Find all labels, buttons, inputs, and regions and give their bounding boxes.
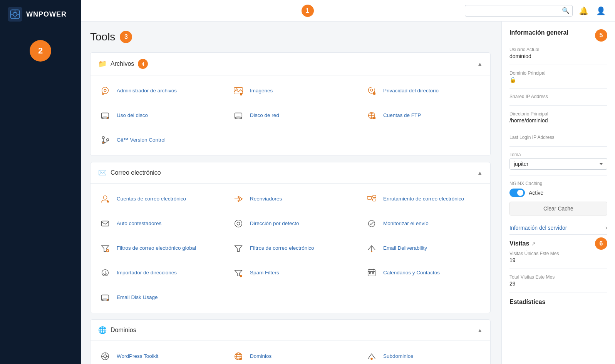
nginx-toggle[interactable] [509, 189, 525, 197]
external-link-icon: ↗ [531, 241, 536, 247]
search-wrapper: 🔍 [465, 5, 573, 17]
page-title-row: Tools 3 [90, 31, 491, 43]
sidebar-avatar[interactable]: 2 [30, 40, 51, 62]
correo-chevron: ▲ [477, 170, 483, 176]
visitas-unicas-row: Visitas Únicas Este Mes 19 [509, 251, 607, 263]
directorio-principal-label: Directorio Principal [509, 111, 607, 117]
clear-cache-button[interactable]: Clear Cache [509, 202, 607, 215]
svg-point-7 [104, 89, 106, 92]
topbar: 1 🔍 🔔 👤 [81, 0, 615, 22]
svg-rect-28 [107, 201, 109, 203]
dominios-title: Dominios [111, 327, 136, 334]
shared-ip-row: Shared IP Address [509, 94, 607, 100]
section-archivos-header[interactable]: 📁 Archivos 4 ▲ [90, 53, 490, 75]
wordpress-icon [98, 349, 112, 363]
tool-disco-red[interactable]: Disco de red [224, 103, 357, 128]
svg-point-16 [107, 117, 109, 119]
forwarders-icon [231, 192, 245, 206]
tool-cuentas-ftp[interactable]: Cuentas de FTP [357, 103, 490, 128]
tool-name: Calendarios y Contactos [383, 269, 440, 276]
search-button[interactable]: 🔍 [562, 7, 570, 14]
tool-imagenes[interactable]: Imágenes [224, 78, 357, 103]
svg-rect-22 [374, 117, 375, 119]
main-content: Tools 3 📁 Archivos 4 ▲ [81, 22, 501, 364]
tool-subdominios[interactable]: Subdominios [357, 344, 490, 364]
network-disk-icon [231, 109, 245, 122]
notifications-button[interactable]: 🔔 [577, 5, 590, 17]
user-button[interactable]: 👤 [595, 5, 607, 17]
tema-select[interactable]: jupiter paper_lantern x3 [509, 158, 607, 170]
directorio-principal-row: Directorio Principal /home/dominiod [509, 111, 607, 124]
global-filters-icon [98, 241, 112, 255]
total-visitas-value: 29 [509, 281, 607, 287]
info-servidor-link[interactable]: Información del servidor › [509, 221, 607, 235]
track-delivery-icon [365, 217, 379, 230]
svg-rect-49 [368, 270, 375, 276]
chevron-right-icon: › [605, 224, 607, 231]
tool-name: Reenviadores [250, 195, 282, 202]
tool-name: Administrador de archivos [117, 87, 177, 94]
step-badge-1: 1 [302, 5, 314, 17]
step-badge-5: 5 [595, 29, 607, 42]
tool-email-disk-usage[interactable]: Email Disk Usage [90, 285, 224, 310]
tool-administrador-archivos[interactable]: Administrador de archivos [90, 78, 224, 103]
tool-privacidad-directorio[interactable]: Privacidad del directorio [357, 78, 490, 103]
section-archivos: 📁 Archivos 4 ▲ [90, 52, 491, 156]
tool-spam-filters[interactable]: Spam Filters [224, 260, 357, 285]
tool-name: WordPress Toolkit [117, 353, 158, 360]
archivos-chevron: ▲ [477, 61, 483, 67]
tool-name: Privacidad del directorio [383, 87, 439, 94]
tool-calendarios-contactos[interactable]: Calendarios y Contactos [357, 260, 490, 285]
tool-reenviadores[interactable]: Reenviadores [224, 187, 357, 211]
logo-icon [8, 7, 22, 22]
tool-direccion-defecto[interactable]: Dirección por defecto [224, 211, 357, 236]
section-dominios-header[interactable]: 🌐 Dominios ▲ [90, 320, 490, 341]
tool-cuentas-correo[interactable]: Cuentas de correo electrónico [90, 187, 224, 211]
spam-filters-icon [231, 266, 245, 280]
tool-name: Cuentas de correo electrónico [117, 195, 186, 202]
svg-point-36 [237, 222, 240, 225]
sidebar: WNPOWER 2 [0, 0, 81, 364]
globe-icon: 🌐 [98, 326, 107, 334]
search-input[interactable] [465, 5, 573, 17]
email-deliverability-icon [365, 241, 379, 255]
disk-usage-icon [98, 109, 112, 122]
tool-wordpress-toolkit[interactable]: WordPress Toolkit [90, 344, 224, 364]
file-manager-icon [98, 84, 112, 98]
svg-point-44 [371, 251, 372, 252]
dominio-principal-value: 🔒 [509, 77, 607, 83]
section-dominios: 🌐 Dominios ▲ [90, 319, 491, 364]
autoresponders-icon [98, 217, 112, 230]
section-correo-header[interactable]: ✉️ Correo electrónico ▲ [90, 162, 490, 184]
tool-name: Subdominios [383, 353, 413, 360]
info-servidor-label: Información del servidor [509, 225, 567, 231]
nginx-caching-label: NGINX Caching [509, 181, 607, 186]
tool-email-deliverability[interactable]: Email Deliverability [357, 236, 490, 260]
tool-importador[interactable]: Importador de direcciones [90, 260, 224, 285]
tool-name: Cuentas de FTP [383, 112, 421, 119]
tool-name: Email Disk Usage [117, 294, 158, 301]
last-login-label: Last Login IP Address [509, 135, 607, 140]
tool-name: Monitorizar el envío [383, 220, 429, 227]
tool-git[interactable]: Git™ Version Control [90, 128, 224, 152]
email-icon: ✉️ [98, 169, 107, 177]
dominios-chevron: ▲ [477, 327, 483, 333]
tool-name: Email Deliverability [383, 245, 427, 252]
tool-enrutamiento[interactable]: Enrutamiento de correo electrónico [357, 187, 490, 211]
tool-filtros-correo[interactable]: Filtros de correo electrónico [224, 236, 357, 260]
usuario-actual-value: dominiod [509, 53, 607, 59]
right-panel: Información general 5 Usuario Actual dom… [501, 22, 615, 364]
info-general-title: Información general [509, 29, 568, 36]
svg-marker-42 [235, 245, 242, 251]
email-routing-icon [365, 192, 379, 206]
svg-rect-31 [373, 199, 376, 201]
tool-name: Spam Filters [250, 269, 279, 276]
tool-dominios[interactable]: Dominios [224, 344, 357, 364]
svg-point-70 [370, 358, 373, 360]
tool-uso-disco[interactable]: Uso del disco [90, 103, 224, 128]
tool-filtros-global[interactable]: Filtros de correo electrónico global [90, 236, 224, 260]
tool-monitorizar-envio[interactable]: Monitorizar el envío [357, 211, 490, 236]
svg-rect-11 [240, 94, 242, 95]
tool-autoresponders[interactable]: Auto contestadores [90, 211, 224, 236]
visitas-unicas-value: 19 [509, 257, 607, 263]
